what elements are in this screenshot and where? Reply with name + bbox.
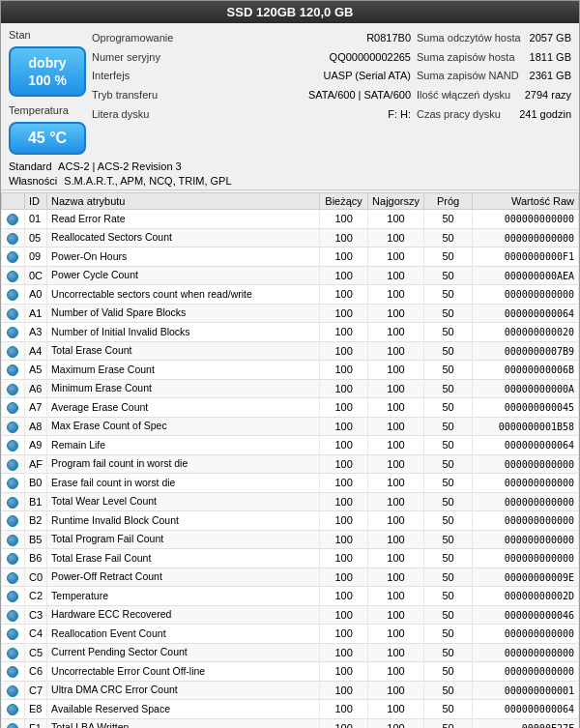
table-row[interactable]: C0Power-Off Retract Count100100500000000… bbox=[2, 568, 579, 587]
table-row[interactable]: F1Total LBA Written1001005000000E27F bbox=[2, 718, 579, 728]
table-row[interactable]: A4Total Erase Count100100500000000007B9 bbox=[2, 341, 579, 361]
temp-badge: 45 °C bbox=[9, 122, 86, 155]
suma-zapisow-hosta-row: Suma zapisów hosta 1811 GB bbox=[417, 48, 571, 67]
table-row[interactable]: AFProgram fail count in worst die1001005… bbox=[2, 454, 579, 474]
table-row[interactable]: B1Total Wear Level Count1001005000000000… bbox=[2, 492, 579, 511]
row-current: 100 bbox=[320, 662, 368, 682]
row-icon bbox=[2, 718, 25, 728]
czas-pracy-value: 241 godzin bbox=[519, 105, 571, 124]
row-id: B1 bbox=[25, 492, 47, 511]
table-row[interactable]: E8Available Reserved Space10010050000000… bbox=[2, 700, 579, 719]
table-row[interactable]: C7Ultra DMA CRC Error Count1001005000000… bbox=[2, 681, 579, 700]
suma-zapisow-nand-value: 2361 GB bbox=[530, 67, 571, 85]
row-icon bbox=[2, 605, 25, 625]
row-name: Maximum Erase Count bbox=[47, 361, 320, 380]
row-raw: 000000000000 bbox=[473, 454, 579, 474]
suma-zapisow-nand-row: Suma zapisów NAND 2361 GB bbox=[417, 67, 571, 85]
row-current: 100 bbox=[320, 248, 368, 267]
row-icon bbox=[2, 436, 25, 455]
status-circle-icon bbox=[7, 648, 18, 659]
temp-value: 45 °C bbox=[28, 130, 67, 146]
row-threshold: 50 bbox=[424, 549, 473, 568]
interfejs-row: Interfejs UASP (Serial ATA) bbox=[92, 67, 411, 85]
table-row[interactable]: C5Current Pending Sector Count1001005000… bbox=[2, 643, 579, 662]
table-row[interactable]: C3Hardware ECC Recovered1001005000000000… bbox=[2, 605, 579, 625]
row-threshold: 50 bbox=[424, 379, 473, 398]
row-icon bbox=[2, 625, 25, 644]
row-id: C6 bbox=[25, 662, 47, 682]
row-worst: 100 bbox=[368, 549, 424, 568]
oprogramowanie-value: R0817B0 bbox=[366, 29, 411, 47]
row-threshold: 50 bbox=[424, 643, 473, 662]
row-current: 100 bbox=[320, 681, 368, 700]
table-row[interactable]: A9Remain Life10010050000000000064 bbox=[2, 436, 579, 455]
row-worst: 100 bbox=[368, 625, 424, 644]
row-id: A4 bbox=[25, 341, 47, 361]
numer-seryjny-row: Numer seryjny QQ00000002265 bbox=[92, 48, 411, 67]
row-icon bbox=[2, 681, 25, 700]
row-raw: 000000000000 bbox=[473, 492, 579, 511]
row-icon bbox=[2, 361, 25, 380]
smart-table-container: ID Nazwa atrybutu Bieżący Najgorszy Próg… bbox=[1, 192, 579, 728]
table-row[interactable]: B5Total Program Fail Count10010050000000… bbox=[2, 530, 579, 549]
row-worst: 100 bbox=[368, 530, 424, 549]
table-row[interactable]: C6Uncorrectable Error Count Off-line1001… bbox=[2, 662, 579, 682]
suma-odczytow-row: Suma odczytów hosta 2057 GB bbox=[417, 29, 571, 47]
row-icon bbox=[2, 379, 25, 398]
row-raw: 000000000020 bbox=[473, 323, 579, 342]
row-threshold: 50 bbox=[424, 605, 473, 625]
row-worst: 100 bbox=[368, 681, 424, 700]
table-row[interactable]: 05Reallocated Sectors Count1001005000000… bbox=[2, 228, 579, 248]
row-raw: 000000000000 bbox=[473, 549, 579, 568]
row-name: Power Cycle Count bbox=[47, 266, 320, 285]
table-row[interactable]: B6Total Erase Fail Count1001005000000000… bbox=[2, 549, 579, 568]
row-worst: 100 bbox=[368, 700, 424, 719]
status-circle-icon bbox=[7, 515, 18, 527]
row-id: A6 bbox=[25, 379, 47, 398]
row-id: C4 bbox=[25, 625, 47, 644]
status-circle-icon bbox=[7, 364, 18, 376]
table-row[interactable]: A6Minimum Erase Count1001005000000000000… bbox=[2, 379, 579, 398]
row-id: C5 bbox=[25, 643, 47, 662]
table-row[interactable]: C2Temperature1001005000000000002D bbox=[2, 587, 579, 606]
row-icon bbox=[2, 662, 25, 682]
row-icon bbox=[2, 568, 25, 587]
row-threshold: 50 bbox=[424, 266, 473, 285]
divider bbox=[1, 189, 579, 190]
status-circle-icon bbox=[7, 440, 18, 451]
row-name: Runtime Invalid Block Count bbox=[47, 511, 320, 531]
table-row[interactable]: B2Runtime Invalid Block Count10010050000… bbox=[2, 511, 579, 531]
smart-table-body: 01Read Error Rate1001005000000000000005R… bbox=[2, 210, 579, 728]
table-row[interactable]: 01Read Error Rate10010050000000000000 bbox=[2, 210, 579, 229]
table-row[interactable]: 09Power-On Hours100100500000000000F1 bbox=[2, 248, 579, 267]
row-name: Available Reserved Space bbox=[47, 700, 320, 719]
table-row[interactable]: A8Max Erase Count of Spec100100500000000… bbox=[2, 417, 579, 436]
row-id: B5 bbox=[25, 530, 47, 549]
table-row[interactable]: A5Maximum Erase Count1001005000000000006… bbox=[2, 361, 579, 380]
row-raw: 000000000000 bbox=[473, 285, 579, 305]
row-current: 100 bbox=[320, 454, 368, 474]
row-name: Power-Off Retract Count bbox=[47, 568, 320, 587]
row-name: Reallocation Event Count bbox=[47, 625, 320, 644]
row-threshold: 50 bbox=[424, 681, 473, 700]
status-circle-icon bbox=[7, 610, 18, 622]
row-id: AF bbox=[25, 454, 47, 474]
row-worst: 100 bbox=[368, 417, 424, 436]
temp-label: Temperatura bbox=[9, 104, 86, 116]
status-circle-icon bbox=[7, 572, 18, 584]
row-raw: 000000000000 bbox=[473, 228, 579, 248]
col-name-header: Nazwa atrybutu bbox=[47, 193, 320, 210]
table-row[interactable]: A7Average Erase Count1001005000000000004… bbox=[2, 398, 579, 418]
table-row[interactable]: 0CPower Cycle Count10010050000000000AEA bbox=[2, 266, 579, 285]
row-raw: 000000000045 bbox=[473, 398, 579, 418]
row-threshold: 50 bbox=[424, 625, 473, 644]
row-raw: 000000000000 bbox=[473, 511, 579, 531]
table-row[interactable]: A1Number of Valid Spare Blocks1001005000… bbox=[2, 304, 579, 323]
table-row[interactable]: B0Erase fail count in worst die100100500… bbox=[2, 474, 579, 493]
table-row[interactable]: A0Uncorrectable sectors count when read/… bbox=[2, 285, 579, 305]
row-icon bbox=[2, 341, 25, 361]
table-row[interactable]: A3Number of Initial Invalid Blocks100100… bbox=[2, 323, 579, 342]
status-circle-icon bbox=[7, 591, 18, 602]
row-raw: 00000000002D bbox=[473, 587, 579, 606]
table-row[interactable]: C4Reallocation Event Count10010050000000… bbox=[2, 625, 579, 644]
